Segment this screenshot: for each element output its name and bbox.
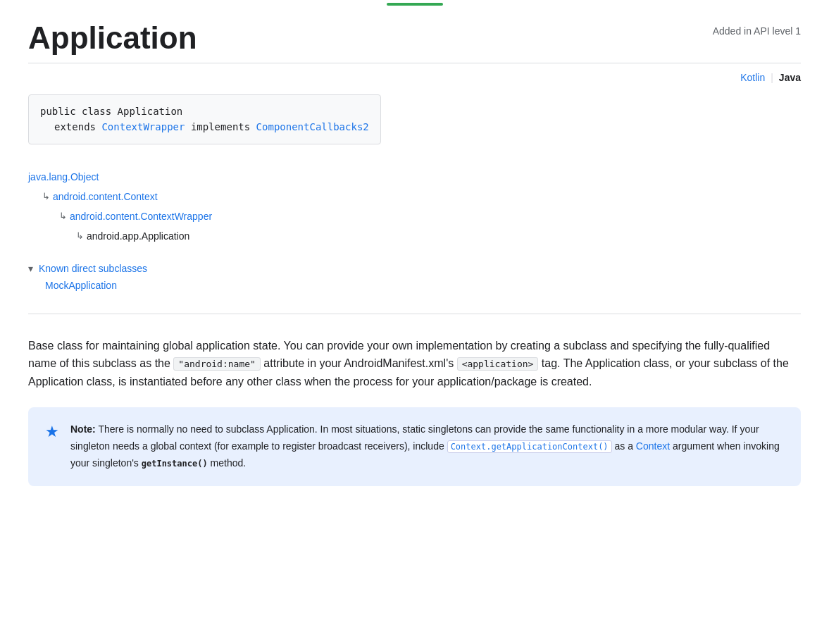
note-text2: as a xyxy=(612,440,636,452)
java-tab[interactable]: Java xyxy=(779,72,801,83)
keyword-public-class: public class xyxy=(40,106,118,117)
inheritance-item-3: ↳ android.app.Application xyxy=(28,226,801,246)
lang-divider: | xyxy=(771,72,773,83)
class-name: Application xyxy=(118,106,183,117)
inheritance-item-2: ↳ android.content.ContextWrapper xyxy=(28,206,801,226)
subclass-mock-application[interactable]: MockApplication xyxy=(28,280,801,291)
inheritance-item-1: ↳ android.content.Context xyxy=(28,187,801,206)
section-divider xyxy=(28,314,801,314)
android-name-code: "android:name" xyxy=(173,357,261,371)
class-signature: public class Application extends Context… xyxy=(28,94,381,144)
signature-line1: public class Application xyxy=(40,104,369,119)
note-bold-label: Note: xyxy=(70,423,96,435)
subclasses-title[interactable]: Known direct subclasses xyxy=(39,263,147,274)
inheritance-link-1[interactable]: android.content.Context xyxy=(53,187,158,206)
extends-link[interactable]: ContextWrapper xyxy=(101,121,185,132)
description: Base class for maintaining global applic… xyxy=(28,337,801,391)
arrow-3: ↳ xyxy=(76,227,84,245)
arrow-2: ↳ xyxy=(59,207,67,225)
lang-switcher: Kotlin | Java xyxy=(28,72,801,83)
header-section: Application Added in API level 1 xyxy=(28,8,801,63)
note-box: ★ Note: There is normally no need to sub… xyxy=(28,407,801,485)
inheritance-link-2[interactable]: android.content.ContextWrapper xyxy=(70,206,212,226)
get-instance-code: getInstance() xyxy=(142,459,208,469)
inheritance-text-3: android.app.Application xyxy=(87,226,189,246)
subclasses-header: ▾ Known direct subclasses xyxy=(28,263,801,274)
implements-keyword: implements xyxy=(185,121,256,132)
context-link[interactable]: Context xyxy=(636,440,670,452)
top-bar xyxy=(28,0,801,8)
inheritance-item-0: java.lang.Object xyxy=(28,167,801,187)
chevron-icon: ▾ xyxy=(28,263,33,274)
get-application-context-link[interactable]: Context.getApplicationContext() xyxy=(447,440,612,453)
note-content: Note: There is normally no need to subcl… xyxy=(70,421,784,471)
subclasses-section: ▾ Known direct subclasses MockApplicatio… xyxy=(28,263,801,291)
kotlin-tab[interactable]: Kotlin xyxy=(740,72,765,83)
api-level: Added in API level 1 xyxy=(713,25,801,37)
extends-keyword: extends xyxy=(54,121,101,132)
desc-text2: attribute in your AndroidManifest.xml's xyxy=(261,357,457,369)
arrow-1: ↳ xyxy=(42,187,50,206)
note-text4: method. xyxy=(208,457,246,469)
signature-line2: extends ContextWrapper implements Compon… xyxy=(40,119,369,135)
inheritance-tree: java.lang.Object ↳ android.content.Conte… xyxy=(28,167,801,246)
progress-bar xyxy=(387,3,443,6)
page-title: Application xyxy=(28,20,197,57)
application-tag-code: <application> xyxy=(457,357,539,371)
note-star-icon: ★ xyxy=(45,423,59,441)
interface-link[interactable]: ComponentCallbacks2 xyxy=(256,121,369,132)
inheritance-link-0[interactable]: java.lang.Object xyxy=(28,167,99,187)
